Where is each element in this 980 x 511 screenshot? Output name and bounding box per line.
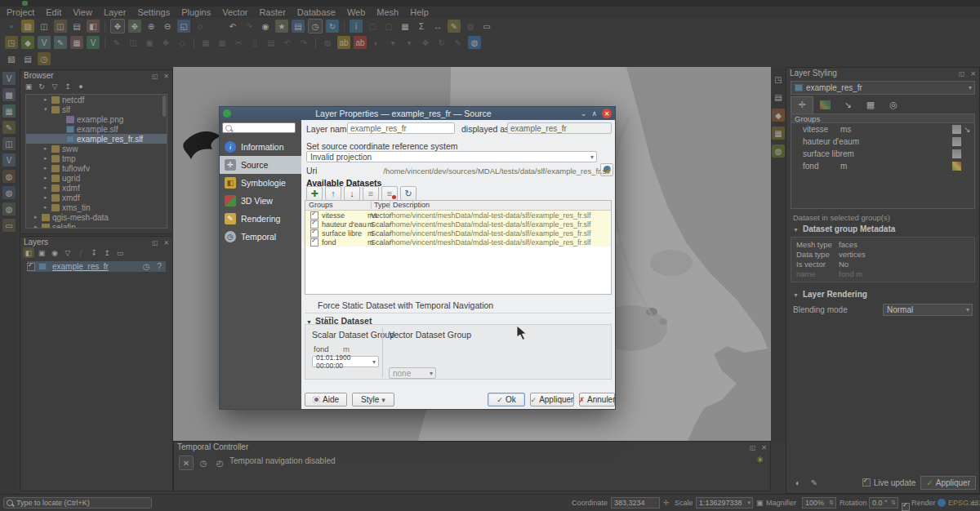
browser-tree-item[interactable]: ▾ slf (26, 104, 167, 114)
pin-labels-icon[interactable]: ▾ (386, 36, 399, 49)
browser-tree-item[interactable]: ▸ tuflowfv (26, 163, 167, 173)
move-label-icon[interactable]: ✥ (419, 36, 432, 49)
data-source-manager-icon[interactable]: ◳ (5, 36, 18, 49)
save-project-as-icon[interactable]: ◫ (54, 20, 67, 33)
new-spatialite-layer-icon[interactable]: ✎ (54, 36, 67, 49)
reload-datasets-icon[interactable]: ↻ (400, 186, 416, 201)
tab-datasets[interactable]: ✛ (791, 96, 813, 113)
properties-tab[interactable]: i Information (220, 138, 301, 156)
identify-features-icon[interactable]: i (350, 20, 363, 33)
close-panel-icon[interactable]: ✕ (970, 70, 976, 78)
style-menu-button[interactable]: Style▾ (352, 393, 394, 407)
browser-tree-item[interactable]: ▸ sww (26, 144, 167, 153)
menu-item[interactable]: Plugins (181, 7, 211, 17)
collapse-all-layers-icon[interactable]: ↥ (101, 247, 113, 258)
menu-item[interactable]: Settings (137, 7, 170, 17)
layer-diagram-icon[interactable]: ◐ (370, 36, 383, 49)
temporal-settings-icon[interactable]: ✳ (756, 455, 764, 465)
dataset-row[interactable]: vitesse ms Vector /home/vincent/meshData… (305, 211, 611, 220)
locator-search-input[interactable]: Type to locate (Ctrl+K) (3, 497, 152, 509)
browser-tree-item[interactable]: ▸ tmp (26, 153, 167, 163)
restore-window-icon[interactable]: ∧ (591, 109, 597, 118)
new-annotation-icon[interactable]: ◍ (464, 20, 477, 33)
statistics-icon[interactable]: Σ (415, 20, 428, 33)
blending-mode-select[interactable]: Normal (883, 304, 973, 316)
rotate-label-icon[interactable]: ↻ (435, 36, 448, 49)
history-dropdown-icon[interactable]: ◷ (38, 52, 51, 65)
float-panel-icon[interactable]: ◱ (152, 239, 158, 247)
crs-globe-icon[interactable] (938, 499, 946, 507)
remove-dataset-icon[interactable]: ≡ (381, 186, 398, 201)
close-panel-icon[interactable]: ✕ (761, 444, 767, 451)
open-attribute-table-icon[interactable]: ▦ (399, 20, 412, 33)
zoom-to-layer-icon[interactable]: ◌ (210, 20, 223, 33)
vector-dataset-select[interactable]: none (389, 367, 436, 379)
properties-tab[interactable]: ◷ Temporal (220, 228, 301, 246)
menu-item[interactable]: Project (7, 7, 34, 17)
dataset-group-row[interactable]: surface libre m (791, 148, 974, 160)
filter-browser-icon[interactable]: ▽ (49, 81, 60, 91)
dataset-checkbox[interactable] (310, 238, 318, 247)
browser-tree-item[interactable]: ▸ xdmf (26, 183, 167, 193)
browser-properties-icon[interactable]: ● (75, 81, 87, 91)
add-postgis-layer-icon[interactable]: V (2, 153, 16, 167)
add-group-icon[interactable]: ▣ (36, 247, 47, 258)
close-panel-icon[interactable]: ✕ (163, 73, 169, 80)
open-layer-styling-icon[interactable]: ◧ (23, 247, 34, 258)
mesh-calculator-icon[interactable]: ▦ (772, 127, 785, 140)
zoom-native-icon[interactable]: ◉ (259, 20, 272, 33)
properties-tab[interactable]: ✎ Rendering (220, 210, 301, 228)
new-print-layout-icon[interactable]: ▤ (70, 20, 83, 33)
shade-window-icon[interactable]: ⌄ (581, 109, 587, 118)
pan-map-icon[interactable]: ✥ (110, 19, 125, 33)
temporal-off-icon[interactable]: ✕ (179, 455, 194, 470)
browser-tree-item[interactable]: ▸ xms_tin (26, 202, 167, 212)
dataset-checkbox[interactable] (310, 229, 318, 238)
map-tips-icon[interactable]: ✎ (448, 20, 461, 33)
assign-dataset-icon[interactable]: ✚ (306, 186, 323, 201)
menu-item[interactable]: Mesh (376, 7, 399, 17)
new-temporary-scratch-layer-icon[interactable]: ▦ (70, 36, 83, 49)
properties-search-input[interactable] (222, 122, 296, 133)
save-project-icon[interactable]: ◫ (38, 20, 51, 33)
copy-features-icon[interactable]: ▯ (248, 36, 261, 49)
live-update-checkbox[interactable] (862, 478, 871, 487)
browser-tree-item[interactable]: example.slf (26, 124, 167, 134)
magnifier-field[interactable]: 100% (802, 497, 836, 509)
show-bookmarks-icon[interactable]: ▤ (292, 20, 305, 33)
open-project-icon[interactable]: ▨ (21, 20, 34, 33)
float-panel-icon[interactable]: ◱ (959, 70, 965, 78)
group-vector-icon[interactable] (964, 125, 973, 134)
style-manager-icon[interactable]: ◧ (87, 20, 100, 33)
layer-visibility-checkbox[interactable] (27, 263, 35, 271)
add-spatialite-layer-icon[interactable]: ◫ (2, 137, 16, 150)
crs-select[interactable]: Invalid projection (306, 151, 597, 162)
collapse-dataset-groups-icon[interactable]: ↑ (325, 186, 341, 201)
select-features-icon[interactable]: ▢ (366, 20, 379, 33)
ok-button[interactable]: ✓Ok (488, 393, 525, 407)
browser-tree-item[interactable]: ▸ selafin (26, 222, 167, 229)
group-swatch-icon[interactable] (952, 162, 961, 171)
manage-map-themes-icon[interactable]: ◉ (49, 247, 60, 258)
displayed-as-input[interactable]: example_res_fr (507, 122, 612, 134)
menu-item[interactable]: Database (297, 7, 336, 17)
zoom-full-icon[interactable]: ◱ (177, 20, 190, 33)
zoom-out-icon[interactable]: ⊖ (161, 20, 174, 33)
comment-icon[interactable]: ▭ (480, 20, 493, 33)
style-history-icon[interactable]: ◐ (791, 476, 804, 489)
filter-legend-icon[interactable]: ▽ (62, 247, 74, 258)
layer-rendering-header[interactable]: Layer Rendering (793, 290, 867, 299)
3d-view-icon[interactable]: ◆ (772, 109, 785, 122)
vertex-tool-icon[interactable]: ◇ (176, 36, 189, 49)
zoom-last-icon[interactable]: ↶ (226, 20, 239, 33)
new-3d-map-icon[interactable]: ◳ (772, 73, 785, 86)
zoom-to-selection-icon[interactable]: ◌ (194, 20, 207, 33)
dataset-group-row[interactable]: vitesse ms (791, 123, 974, 136)
pan-to-selection-icon[interactable]: ✥ (128, 20, 141, 33)
style-manager-small-icon[interactable]: ✎ (808, 476, 821, 489)
toggle-editing-icon[interactable]: ✎ (110, 36, 123, 49)
styling-layer-select[interactable]: example_res_fr (791, 81, 975, 95)
deselect-features-icon[interactable]: ▢ (382, 20, 395, 33)
add-wfs-layer-icon[interactable]: ◍ (2, 202, 16, 216)
cancel-button[interactable]: ✗Annuler (579, 393, 615, 407)
